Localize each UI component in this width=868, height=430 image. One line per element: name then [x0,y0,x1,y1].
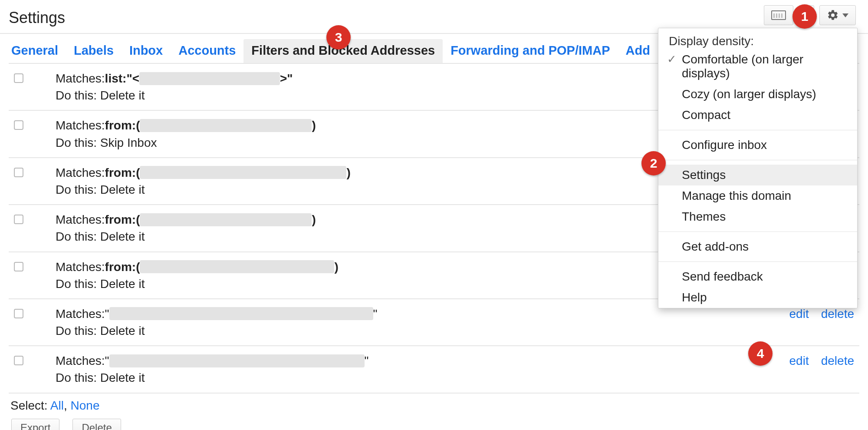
match-prefix: from:( [105,258,140,275]
filter-criteria: Matches: ""Do this: Delete it [56,305,789,339]
match-suffix: ) [312,211,316,228]
redacted-value [139,72,280,85]
filter-criteria: Matches: ""Do this: Delete it [56,352,789,386]
menu-item-feedback[interactable]: Send feedback [658,266,857,287]
filter-actions: editdelete [789,352,856,368]
match-prefix: list:"< [105,70,139,87]
filter-action: Delete it [100,230,145,243]
filter-action: Delete it [100,277,145,291]
filter-action: Delete it [100,89,145,102]
redacted-value [140,119,312,132]
tab-accounts[interactable]: Accounts [171,39,243,63]
tab-general[interactable]: General [9,39,66,63]
redacted-value [140,213,312,226]
filter-checkbox[interactable] [14,356,23,365]
matches-label: Matches: [56,305,105,322]
delete-filter-link[interactable]: delete [821,307,854,321]
match-prefix: from:( [105,164,140,181]
do-this-label: Do this: [56,230,100,243]
match-suffix: " [373,305,378,322]
menu-item-compact[interactable]: Compact [658,105,857,126]
menu-item-configure-inbox[interactable]: Configure inbox [658,135,857,155]
tab-labels[interactable]: Labels [66,39,122,63]
match-prefix: " [105,305,109,322]
settings-gear-button[interactable] [819,5,856,25]
do-this-label: Do this: [56,324,100,337]
tab-addons-cut[interactable]: Add [618,39,658,63]
do-this-label: Do this: [56,277,100,291]
match-suffix: ) [312,117,316,134]
do-this-label: Do this: [56,371,100,384]
menu-item-settings[interactable]: Settings [658,165,857,185]
match-suffix: ) [334,258,338,275]
edit-filter-link[interactable]: edit [789,354,809,368]
edit-filter-link[interactable]: edit [789,307,809,321]
filter-action: Skip Inbox [100,136,157,149]
menu-item-help[interactable]: Help [658,287,857,308]
redacted-value [140,260,334,273]
filter-checkbox[interactable] [14,215,23,224]
redacted-value [109,354,365,367]
export-button[interactable]: Export [11,419,59,430]
keyboard-icon [771,10,786,20]
do-this-label: Do this: [56,183,100,196]
gear-icon [827,9,839,21]
do-this-label: Do this: [56,89,100,102]
filter-checkbox[interactable] [14,262,23,271]
match-prefix: from:( [105,211,140,228]
input-tools-button[interactable] [764,5,793,25]
filter-action-line: Do this: Delete it [56,322,789,339]
matches-label: Matches: [56,164,105,181]
annotation-1: 1 [792,4,817,29]
filter-checkbox[interactable] [14,73,23,83]
settings-dropdown-menu: Display density: Comfortable (on larger … [658,28,858,308]
redacted-value [140,166,346,179]
matches-label: Matches: [56,70,105,87]
filter-action: Delete it [100,371,145,384]
match-suffix: >" [280,70,293,87]
annotation-2: 2 [641,151,666,175]
select-label: Select: [10,399,50,412]
filter-checkbox[interactable] [14,309,23,318]
button-row: Export Delete [9,417,859,430]
matches-label: Matches: [56,258,105,275]
select-all-link[interactable]: All [50,399,64,412]
do-this-label: Do this: [56,136,100,149]
match-prefix: from:( [105,117,140,134]
select-row: Select: All, None [9,394,859,417]
filter-action-line: Do this: Delete it [56,369,789,386]
filter-checkbox[interactable] [14,120,23,130]
menu-item-themes[interactable]: Themes [658,206,857,227]
match-suffix: " [365,352,369,369]
matches-label: Matches: [56,352,105,369]
match-suffix: ) [346,164,350,181]
annotation-4: 4 [748,341,773,366]
filter-row: Matches: ""Do this: Delete iteditdelete [9,346,859,393]
redacted-value [109,307,373,320]
filter-action: Delete it [100,324,145,337]
comma: , [64,399,71,412]
menu-item-cozy[interactable]: Cozy (on larger displays) [658,84,857,105]
annotation-3: 3 [326,25,351,50]
delete-button[interactable]: Delete [72,419,121,430]
matches-label: Matches: [56,211,105,228]
menu-item-manage-domain[interactable]: Manage this domain [658,185,857,206]
menu-item-comfortable[interactable]: Comfortable (on larger displays) [658,49,857,84]
menu-divider [658,261,857,262]
menu-divider [658,160,857,160]
menu-divider [658,130,857,130]
filter-checkbox[interactable] [14,168,23,177]
menu-divider [658,232,857,232]
match-prefix: " [105,352,109,369]
delete-filter-link[interactable]: delete [821,354,854,368]
matches-label: Matches: [56,117,105,134]
caret-down-icon [842,13,848,17]
filter-action: Delete it [100,183,145,196]
menu-header: Display density: [658,28,857,49]
tab-forwarding[interactable]: Forwarding and POP/IMAP [443,39,618,63]
tab-inbox[interactable]: Inbox [122,39,171,63]
select-none-link[interactable]: None [71,399,100,412]
menu-item-get-addons[interactable]: Get add-ons [658,236,857,257]
